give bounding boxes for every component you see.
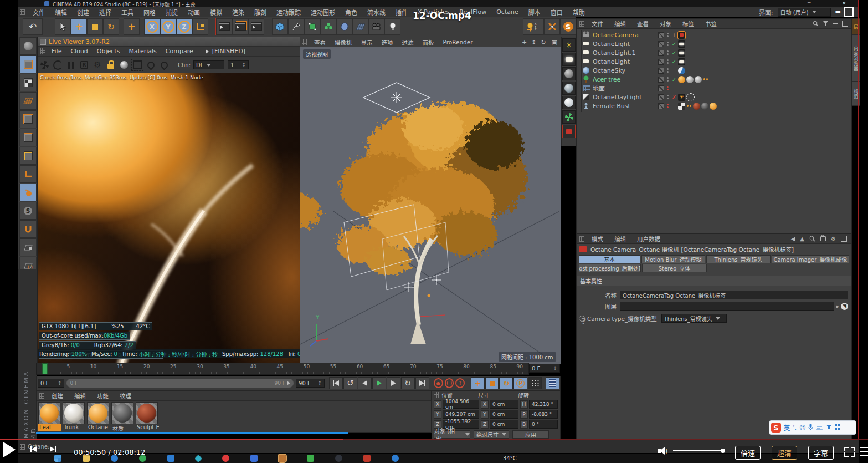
tab-motion-blur[interactable]: Motion Blur_运动模糊: [641, 255, 706, 263]
subtitles-button[interactable]: 字幕: [808, 446, 834, 460]
object-row-octanelight1[interactable]: OctaneLight.1 ✓: [577, 48, 851, 57]
render-settings-icon[interactable]: [248, 18, 264, 35]
player-minimize-icon[interactable]: ▬: [835, 8, 841, 16]
layer-browse-icon[interactable]: ◥: [841, 303, 848, 310]
skin-icon[interactable]: [826, 424, 832, 431]
fullscreen-button[interactable]: [844, 447, 855, 457]
checker-tag-icon[interactable]: [678, 103, 685, 110]
octane-fan-icon[interactable]: [38, 59, 51, 71]
toolbox-icon[interactable]: [835, 424, 840, 431]
pause-render-icon[interactable]: [64, 59, 78, 71]
menu-item[interactable]: Octane: [491, 8, 523, 16]
octane-diffuse-material-icon[interactable]: [562, 67, 576, 80]
preview-range-slider[interactable]: 0 F 90 F: [66, 379, 294, 388]
key-rotation-button[interactable]: ↻: [499, 377, 513, 389]
lock-icon[interactable]: [820, 236, 826, 241]
microphone-icon[interactable]: [808, 424, 813, 432]
player-maximize-icon[interactable]: [844, 7, 854, 17]
range-start-field[interactable]: 0 F↕: [38, 379, 64, 388]
object-row-octanedaylight[interactable]: OctaneDayLight ✗ ☀: [577, 93, 851, 101]
object-manager-menu-item[interactable]: 编辑: [609, 19, 631, 28]
key-scale-button[interactable]: [485, 377, 499, 389]
add-mograph-icon[interactable]: [320, 18, 336, 35]
c4d-taskbar-icon[interactable]: [307, 455, 314, 462]
render-view-icon[interactable]: [216, 18, 232, 35]
menu-item[interactable]: 运动图形: [306, 8, 340, 17]
object-row-octanecamera[interactable]: OctaneCamera +: [577, 30, 851, 39]
new-panel-icon[interactable]: [841, 236, 847, 242]
sogou-logo-icon[interactable]: S: [771, 423, 781, 433]
polygons-mode-icon[interactable]: [19, 147, 37, 165]
object-row-octanelight-2[interactable]: OctaneLight ✓: [577, 57, 851, 66]
coord-globe-icon[interactable]: XYZ: [523, 18, 544, 35]
coord-mode-select[interactable]: 对象 (相对): [434, 430, 470, 439]
menubar-grip[interactable]: [20, 9, 25, 15]
keyframe-selection-icon[interactable]: ( ): [445, 378, 454, 388]
range-end-field[interactable]: 90 F↕: [296, 379, 325, 388]
picture-frame-icon[interactable]: [131, 59, 144, 71]
live-viewer-menu-item[interactable]: Cloud: [66, 48, 92, 55]
loop-button[interactable]: ↻: [401, 377, 415, 389]
visibility-dots-off[interactable]: [667, 104, 669, 108]
snap-s-icon[interactable]: S: [19, 202, 37, 220]
select-tool-icon[interactable]: [55, 18, 71, 35]
edges-mode-icon[interactable]: [19, 129, 37, 146]
render-picture-viewer-icon[interactable]: [232, 18, 248, 35]
material-tag-icon[interactable]: [695, 76, 702, 83]
layer-toggle[interactable]: [658, 85, 664, 91]
live-viewer-titlebar[interactable]: Live Viewer 3.07-R2: [38, 37, 300, 46]
workplane-lock-icon[interactable]: [19, 238, 37, 256]
history-forward-icon[interactable]: ▲: [800, 236, 804, 242]
material-tag-icon[interactable]: [686, 76, 694, 83]
disabled-cross-icon[interactable]: ✗: [670, 94, 678, 100]
axis-mode-icon[interactable]: [19, 165, 37, 183]
material-leaf[interactable]: Leaf: [38, 402, 61, 431]
menu-item[interactable]: 运动跟踪: [271, 8, 306, 17]
octane-s-logo[interactable]: S: [560, 18, 576, 35]
material-ball-icon[interactable]: [117, 59, 131, 71]
octane-camera-icon[interactable]: [562, 125, 576, 138]
visibility-dots[interactable]: [667, 33, 669, 37]
layer-toggle[interactable]: [658, 94, 664, 100]
size-mode-select[interactable]: 绝对尺寸: [474, 430, 509, 439]
layer-toggle[interactable]: [658, 32, 664, 38]
object-row-female-bust[interactable]: Female Bust: [577, 101, 851, 110]
channel-select[interactable]: DL: [193, 60, 224, 69]
search-icon[interactable]: [809, 236, 815, 242]
grip-icon[interactable]: [579, 21, 584, 27]
video-progress-track[interactable]: [0, 439, 868, 440]
menu-item[interactable]: 插件: [391, 8, 413, 17]
material-tag-icon[interactable]: [678, 76, 685, 83]
layer-input[interactable]: [620, 302, 834, 311]
visibility-dots[interactable]: [667, 77, 669, 82]
enabled-check-icon[interactable]: ✓: [670, 59, 678, 65]
menu-item[interactable]: 动画: [183, 8, 205, 17]
region-render-icon[interactable]: R: [78, 59, 91, 71]
object-manager-menu-item[interactable]: 书签: [700, 19, 722, 28]
enabled-check-icon[interactable]: ✓: [670, 41, 678, 47]
rotation-h-field[interactable]: 42.318 °: [529, 400, 558, 409]
material-trunk[interactable]: Trunk: [63, 402, 86, 431]
minimize-panel-icon[interactable]: [833, 23, 838, 24]
workplane-mode-icon[interactable]: [19, 92, 37, 110]
red-c-app-icon[interactable]: [363, 455, 371, 462]
v2-app-icon[interactable]: [250, 455, 258, 462]
daylight-tag-icon[interactable]: [686, 93, 695, 101]
visibility-dots-off[interactable]: [667, 86, 669, 90]
move-tool-icon[interactable]: +: [71, 18, 87, 35]
sun-tag-icon[interactable]: ☀: [678, 94, 685, 101]
object-manager-menu-item[interactable]: 查看: [631, 19, 654, 28]
music-app-icon[interactable]: [222, 455, 229, 462]
grip-icon[interactable]: [40, 48, 45, 54]
pick-object-pin-icon[interactable]: [157, 59, 171, 71]
goto-start-button[interactable]: [329, 377, 343, 389]
object-row-floor[interactable]: 地面: [577, 84, 851, 93]
visibility-dots[interactable]: [667, 42, 669, 46]
octane-camera-tag-icon[interactable]: [678, 32, 685, 39]
material-menu-item[interactable]: 功能: [91, 391, 114, 400]
layer-toggle[interactable]: [658, 103, 664, 109]
grip-icon[interactable]: [579, 236, 584, 242]
close-icon[interactable]: ✕: [842, 1, 846, 6]
scale-tool-icon[interactable]: [87, 18, 103, 35]
lock-y-button[interactable]: Y: [160, 18, 176, 35]
